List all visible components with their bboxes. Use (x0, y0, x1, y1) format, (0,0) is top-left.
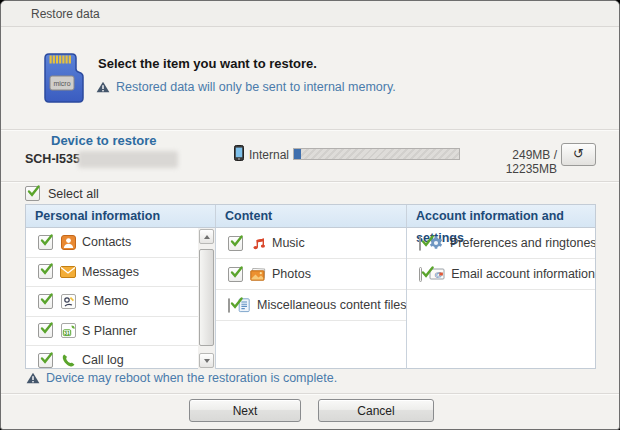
scroll-up-button[interactable] (199, 229, 214, 244)
select-all-checkbox[interactable] (25, 186, 40, 201)
list-item-preferences[interactable]: Preferences and ringtones (407, 228, 595, 259)
item-label: Miscellaneous content files (257, 298, 406, 312)
messages-icon (60, 264, 76, 280)
content-column: Music Photos Miscellaneous content files (215, 228, 407, 369)
phone-icon (234, 145, 244, 161)
list-item-music[interactable]: Music (216, 228, 406, 259)
arrow-up-icon (204, 235, 210, 239)
item-checkbox[interactable] (419, 236, 421, 251)
dialog-title: Restore data (31, 7, 100, 21)
list-item-s-memo[interactable]: S Memo (26, 287, 215, 317)
contacts-icon (60, 234, 76, 250)
scrollbar[interactable] (198, 228, 215, 369)
item-label: Email account information (451, 267, 595, 281)
item-checkbox[interactable] (38, 323, 53, 338)
storage-label: Internal (249, 148, 289, 162)
storage-usage-text: 249MB / 12235MB (461, 148, 557, 176)
footer-divider (1, 393, 619, 395)
device-to-restore-label: Device to restore (51, 133, 157, 148)
refresh-button[interactable]: ↺ (561, 143, 596, 166)
item-checkbox[interactable] (228, 298, 230, 313)
internal-memory-warning: Restored data will only be sent to inter… (116, 80, 396, 94)
select-all-checkbox-row[interactable]: Select all (25, 186, 99, 201)
list-item-miscellaneous[interactable]: Miscellaneous content files (216, 290, 406, 321)
svg-text:micro: micro (53, 80, 70, 87)
item-checkbox[interactable] (419, 267, 422, 282)
arrow-down-icon (204, 359, 210, 363)
item-label: Messages (82, 265, 139, 279)
column-header-content: Content (215, 205, 407, 227)
title-bar: Restore data (1, 1, 619, 27)
select-all-label: Select all (48, 187, 99, 201)
item-checkbox[interactable] (38, 353, 53, 368)
list-item-photos[interactable]: Photos (216, 259, 406, 290)
account-settings-column: Preferences and ringtones @ Email accoun… (407, 228, 595, 369)
device-model: SCH-I535 (25, 152, 80, 166)
warning-icon (26, 372, 40, 384)
item-label: Preferences and ringtones (450, 236, 595, 250)
photos-icon (250, 266, 266, 282)
item-label: Contacts (82, 235, 131, 249)
item-checkbox[interactable] (228, 267, 243, 282)
item-checkbox[interactable] (228, 236, 243, 251)
svg-text:31: 31 (64, 330, 70, 336)
storage-progress-bar (293, 148, 460, 160)
item-label: Music (272, 236, 305, 250)
scroll-down-button[interactable] (199, 353, 214, 368)
music-icon (250, 235, 266, 251)
reboot-warning: Device may reboot when the restoration i… (46, 371, 337, 385)
item-checkbox[interactable] (38, 264, 53, 279)
list-item-s-planner[interactable]: 31 S Planner (26, 317, 215, 347)
item-checkbox[interactable] (38, 235, 53, 250)
section-divider (1, 181, 619, 183)
list-item-contacts[interactable]: Contacts (26, 228, 215, 258)
list-item-call-log[interactable]: Call log (26, 346, 215, 369)
instruction-text: Select the item you want to restore. (98, 56, 317, 71)
s-planner-icon: 31 (60, 323, 76, 339)
item-checkbox[interactable] (38, 294, 53, 309)
restore-data-dialog: Restore data micro Select the item you w… (0, 0, 620, 430)
restore-items-table: Personal information Content Account inf… (25, 204, 596, 369)
storage-progress-fill (294, 149, 301, 159)
table-header-row: Personal information Content Account inf… (26, 205, 595, 228)
list-item-email-account[interactable]: @ Email account information (407, 259, 595, 290)
item-label: Call log (82, 353, 124, 367)
column-header-personal: Personal information (26, 205, 215, 227)
item-label: Photos (272, 267, 311, 281)
next-button[interactable]: Next (189, 399, 301, 422)
column-header-account: Account information and settings (407, 205, 595, 227)
scrollbar-thumb[interactable] (199, 249, 214, 346)
call-log-icon (60, 352, 76, 368)
s-memo-icon (60, 293, 76, 309)
item-label: S Planner (82, 324, 137, 338)
refresh-icon: ↺ (573, 146, 584, 161)
list-item-messages[interactable]: Messages (26, 258, 215, 288)
warning-icon (96, 81, 110, 93)
cancel-button[interactable]: Cancel (318, 399, 434, 422)
section-divider (1, 129, 619, 131)
personal-information-column: Contacts Messages S Memo 31 S Planner (26, 228, 215, 369)
item-label: S Memo (82, 294, 129, 308)
redacted-phone-number (78, 151, 178, 168)
microsd-card-icon: micro (35, 51, 89, 105)
